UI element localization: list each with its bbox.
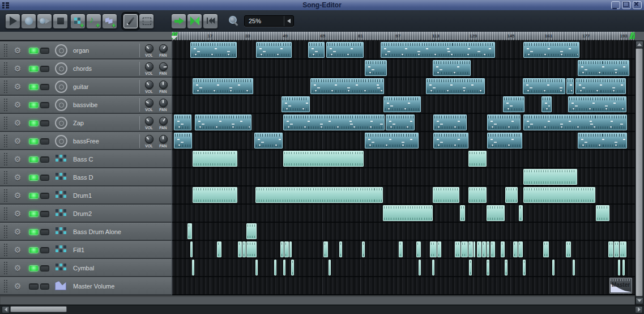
mute-led[interactable] [29,102,39,108]
bb-pattern[interactable] [523,169,577,185]
bb-pattern[interactable] [596,205,609,221]
track-gear-icon[interactable]: ⚙ [12,100,23,109]
bb-pattern[interactable] [620,241,626,257]
bb-pattern[interactable] [192,260,194,275]
track-grip-handle[interactable] [3,97,8,112]
track-gear-icon[interactable]: ⚙ [12,155,23,164]
vol-knob[interactable] [145,62,153,71]
grid-row-bass-c[interactable] [172,150,635,168]
horizontal-scroll-thumb[interactable] [10,306,67,312]
track-grip-handle[interactable] [3,224,8,239]
mute-led[interactable] [29,229,39,235]
track-name[interactable]: Fill1 [73,247,84,253]
mute-led[interactable] [29,66,39,72]
track-name[interactable]: Drum2 [73,210,92,217]
track-grip-handle[interactable] [3,243,8,257]
bb-pattern[interactable] [323,241,328,257]
bb-pattern[interactable] [187,223,192,239]
bb-pattern[interactable] [238,241,242,257]
bb-pattern[interactable] [474,241,475,257]
track-grip-handle[interactable] [3,279,8,294]
bb-pattern[interactable] [622,260,625,275]
instrument-pattern[interactable] [575,78,626,94]
instrument-pattern[interactable] [174,133,192,148]
bb-pattern[interactable] [460,205,465,221]
bb-pattern[interactable] [383,205,433,221]
bb-pattern[interactable] [433,187,459,203]
instrument-pattern[interactable] [433,133,468,148]
grid-row-cymbal[interactable] [172,259,635,277]
bb-pattern[interactable] [552,260,555,275]
instrument-pattern[interactable] [254,133,283,148]
solo-led[interactable] [40,156,50,163]
solo-led[interactable] [40,211,50,217]
scroll-right-button[interactable] [635,306,643,313]
stop-button[interactable] [53,14,68,29]
bb-pattern[interactable] [217,241,221,257]
bb-pattern[interactable] [284,241,289,257]
playhead-marker[interactable] [172,36,178,40]
play-button[interactable] [5,14,20,29]
solo-led[interactable] [40,283,50,290]
solo-led[interactable] [40,193,50,199]
grid-row-drum1[interactable] [172,186,635,205]
record-button[interactable] [21,14,36,29]
instrument-pattern[interactable] [568,96,626,112]
solo-led[interactable] [40,247,50,253]
instrument-pattern[interactable] [190,42,237,58]
track-name[interactable]: Master Volume [73,283,114,290]
track-grip-handle[interactable] [3,79,8,94]
track-grip-handle[interactable] [3,261,8,275]
pan-knob[interactable] [159,135,168,143]
grid-row-bassvibe[interactable] [172,96,635,114]
track-grip-handle[interactable] [3,152,8,167]
track-gear-icon[interactable]: ⚙ [12,209,23,218]
instrument-pattern[interactable] [487,133,522,148]
bb-pattern[interactable] [469,260,472,275]
track-name[interactable]: Bass Drum Alone [73,228,121,235]
draw-button[interactable] [123,14,138,29]
bb-pattern[interactable] [246,223,257,239]
bb-pattern[interactable] [519,205,523,221]
timeline[interactable]: 173349658197113129145161177193 [172,32,635,40]
track-name[interactable]: Bass C [73,156,93,163]
instrument-pattern[interactable] [383,96,421,112]
track-gear-icon[interactable]: ⚙ [12,173,23,182]
bb-pattern[interactable] [246,241,257,257]
bb-pattern[interactable] [432,260,434,275]
solo-led[interactable] [40,66,50,72]
bb-pattern[interactable] [455,241,460,257]
instrument-pattern[interactable] [578,60,629,76]
track-grip-handle[interactable] [3,170,8,185]
mute-led[interactable] [29,193,39,199]
bb-pattern[interactable] [255,260,258,275]
bb-pattern[interactable] [614,241,619,257]
minimize-button[interactable] [611,1,620,9]
grid-row-master-volume[interactable]: Master [172,277,635,295]
track-gear-icon[interactable]: ⚙ [12,264,23,273]
bb-pattern[interactable] [477,241,481,257]
vertical-scroll-thumb[interactable] [636,48,643,296]
record-play-button[interactable] [37,14,52,29]
close-button[interactable] [633,1,642,9]
add-bb-button[interactable] [70,14,86,29]
mute-led[interactable] [29,120,39,126]
instrument-pattern[interactable] [433,60,471,76]
vol-knob[interactable] [145,99,153,107]
scroll-left-button[interactable] [2,306,10,313]
mute-led[interactable] [29,48,39,54]
pan-knob[interactable] [159,44,168,53]
scroll-down-button[interactable] [636,297,643,304]
bb-pattern[interactable] [280,241,284,257]
track-name[interactable]: Bass D [73,174,93,181]
vol-knob[interactable] [145,44,153,53]
instrument-pattern[interactable] [381,42,495,58]
bb-pattern[interactable] [468,151,487,167]
vol-knob[interactable] [145,80,153,89]
bb-pattern[interactable] [399,241,403,257]
bb-pattern[interactable] [283,260,285,275]
grid-row-bassfree[interactable] [172,132,635,150]
track-name[interactable]: chords [73,65,92,72]
track-grip-handle[interactable] [3,206,8,221]
track-grip-handle[interactable] [3,43,8,58]
